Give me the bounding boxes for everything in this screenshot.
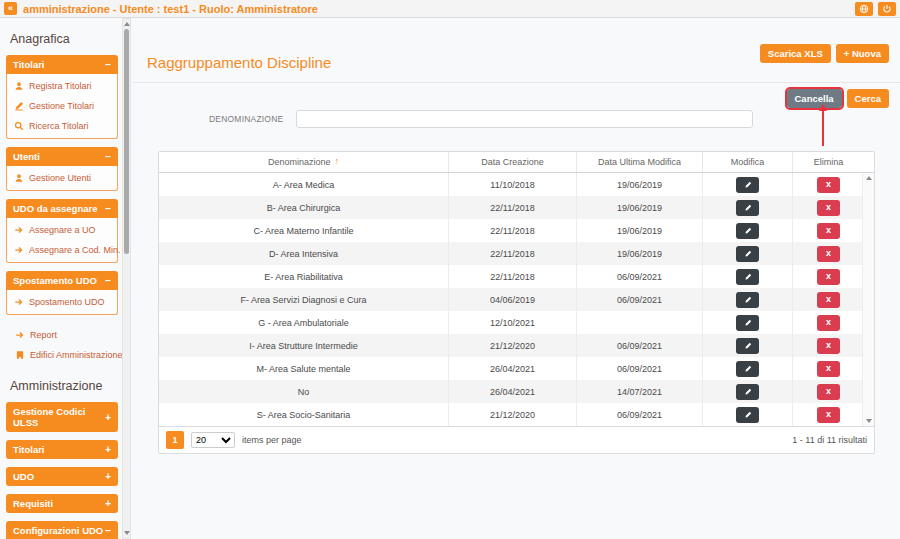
sidebar-item-label: Edifici Amministrazione: [30, 350, 123, 360]
delete-row-button[interactable]: x: [817, 292, 840, 308]
table-scrollbar[interactable]: [862, 173, 874, 426]
cell-elimina: x: [793, 196, 864, 219]
edit-row-button[interactable]: [736, 246, 759, 262]
delete-row-button[interactable]: x: [817, 361, 840, 377]
collapse-minus-icon[interactable]: −: [105, 60, 111, 69]
sidebar-item-assegnare-a-uo[interactable]: Assegnare a UO: [7, 220, 117, 240]
scroll-up-icon[interactable]: [124, 22, 130, 26]
column-header-denominazione[interactable]: Denominazione↑: [159, 152, 449, 172]
denominazione-input[interactable]: [296, 110, 753, 128]
column-header-data-creazione[interactable]: Data Creazione: [449, 152, 577, 172]
sidebar-section-header-udo-da-assegnare[interactable]: UDO da assegnare−: [6, 199, 118, 218]
edit-row-button[interactable]: [736, 223, 759, 239]
sidebar-item-gestione-titolari[interactable]: Gestione Titolari: [7, 96, 117, 116]
search-button[interactable]: Cerca: [847, 89, 889, 108]
sidebar-section-header-spostamento-udo[interactable]: Spostamento UDO−: [6, 271, 118, 290]
edit-row-button[interactable]: [736, 407, 759, 423]
sidebar-item-gestione-utenti[interactable]: Gestione Utenti: [7, 168, 117, 188]
column-header-modifica: Modifica: [703, 152, 793, 172]
cell-data-creazione: 04/06/2019: [449, 288, 577, 311]
cell-data-creazione: 22/11/2018: [449, 242, 577, 265]
sidebar-scrollbar[interactable]: [122, 18, 131, 539]
cell-data-ultima-modifica: 14/07/2021: [577, 380, 703, 403]
sidebar-scrollbar-thumb[interactable]: [124, 29, 129, 254]
cell-denominazione: G - Area Ambulatoriale: [159, 311, 449, 334]
delete-row-button[interactable]: x: [817, 407, 840, 423]
delete-row-button[interactable]: x: [817, 338, 840, 354]
table-header-row: Denominazione↑ Data Creazione Data Ultim…: [159, 152, 874, 173]
cell-denominazione: F- Area Servizi Diagnosi e Cura: [159, 288, 449, 311]
topbar: « amministrazione - Utente : test1 - Ruo…: [0, 0, 900, 18]
delete-row-button[interactable]: x: [817, 177, 840, 193]
scroll-down-icon[interactable]: [866, 419, 872, 423]
page-1-button[interactable]: 1: [166, 431, 184, 449]
edit-icon: [744, 273, 752, 281]
power-icon[interactable]: [878, 2, 896, 16]
sidebar-item-report[interactable]: Report: [8, 325, 118, 345]
x-icon: x: [826, 364, 831, 373]
delete-row-button[interactable]: x: [817, 269, 840, 285]
sidebar-section-header-titolari[interactable]: Titolari−: [6, 55, 118, 74]
items-per-page-label: items per page: [242, 435, 302, 445]
sidebar-item-edifici-amministrazione[interactable]: Edifici Amministrazione: [8, 345, 118, 365]
sidebar-item-spostamento-udo[interactable]: Spostamento UDO: [7, 292, 117, 312]
sidebar-item-assegnare-a-cod-min[interactable]: Assegnare a Cod. Min.: [7, 240, 117, 260]
edit-row-button[interactable]: [736, 384, 759, 400]
column-header-data-ultima-modifica[interactable]: Data Ultima Modifica: [577, 152, 703, 172]
collapse-minus-icon[interactable]: −: [105, 276, 111, 285]
new-item-button[interactable]: + Nuova: [836, 44, 889, 63]
edit-row-button[interactable]: [736, 338, 759, 354]
table-row: S- Area Socio-Sanitaria21/12/202006/09/2…: [159, 403, 862, 426]
sidebar-section-header-configurazioni-udo[interactable]: Configurazioni UDO−: [6, 521, 118, 539]
edit-row-button[interactable]: [736, 315, 759, 331]
cell-denominazione: I- Area Strutture Intermedie: [159, 334, 449, 357]
section-label: Utenti: [13, 151, 40, 162]
globe-icon[interactable]: [855, 2, 873, 16]
delete-row-button[interactable]: x: [817, 223, 840, 239]
table-row: No26/04/202114/07/2021x: [159, 380, 862, 403]
sidebar-item-ricerca-titolari[interactable]: Ricerca Titolari: [7, 116, 117, 136]
sidebar-section-header-gestione-codici-ulss[interactable]: Gestione Codici ULSS+: [6, 402, 118, 432]
expand-plus-icon[interactable]: +: [105, 472, 111, 481]
edit-row-button[interactable]: [736, 200, 759, 216]
cell-modifica: [703, 357, 793, 380]
expand-plus-icon[interactable]: +: [105, 499, 111, 508]
table-row: M- Area Salute mentale26/04/202106/09/20…: [159, 357, 862, 380]
delete-row-button[interactable]: x: [817, 315, 840, 331]
items-per-page-select[interactable]: 20: [191, 432, 235, 448]
annotation-arrow: [822, 110, 824, 146]
cell-denominazione: E- Area Riabilitativa: [159, 265, 449, 288]
cell-modifica: [703, 196, 793, 219]
collapse-minus-icon[interactable]: −: [105, 204, 111, 213]
sidebar-section-titolari: Titolari−Registra TitolariGestione Titol…: [6, 55, 118, 139]
scroll-down-icon[interactable]: [124, 531, 130, 535]
edit-row-button[interactable]: [736, 292, 759, 308]
x-icon: x: [826, 203, 831, 212]
sidebar-section-header-requisiti[interactable]: Requisiti+: [6, 494, 118, 513]
scroll-up-icon[interactable]: [866, 176, 872, 180]
edit-row-button[interactable]: [736, 177, 759, 193]
edit-row-button[interactable]: [736, 269, 759, 285]
collapse-minus-icon[interactable]: −: [105, 152, 111, 161]
cell-data-creazione: 21/12/2020: [449, 334, 577, 357]
download-xls-button[interactable]: Scarica XLS: [760, 44, 831, 63]
sidebar-item-registra-titolari[interactable]: Registra Titolari: [7, 76, 117, 96]
denominazione-label: DENOMINAZIONE: [209, 114, 283, 124]
edit-row-button[interactable]: [736, 361, 759, 377]
table-row: D- Area Intensiva22/11/201819/06/2019x: [159, 242, 862, 265]
delete-row-button[interactable]: x: [817, 200, 840, 216]
sidebar-section-header-udo[interactable]: UDO+: [6, 467, 118, 486]
table-row: G - Area Ambulatoriale12/10/2021x: [159, 311, 862, 334]
collapse-minus-icon[interactable]: −: [105, 526, 111, 535]
delete-row-button[interactable]: x: [817, 384, 840, 400]
sidebar-section-header-titolari[interactable]: Titolari+: [6, 440, 118, 459]
expand-plus-icon[interactable]: +: [105, 445, 111, 454]
sidebar-section-header-utenti[interactable]: Utenti−: [6, 147, 118, 166]
sidebar-collapse-button[interactable]: «: [4, 2, 17, 15]
sidebar-section-spostamento-udo: Spostamento UDO−Spostamento UDO: [6, 271, 118, 315]
expand-plus-icon[interactable]: +: [105, 413, 111, 422]
section-label: Titolari: [13, 59, 45, 70]
cell-modifica: [703, 380, 793, 403]
delete-row-button[interactable]: x: [817, 246, 840, 262]
clear-button[interactable]: Cancella: [787, 89, 842, 108]
